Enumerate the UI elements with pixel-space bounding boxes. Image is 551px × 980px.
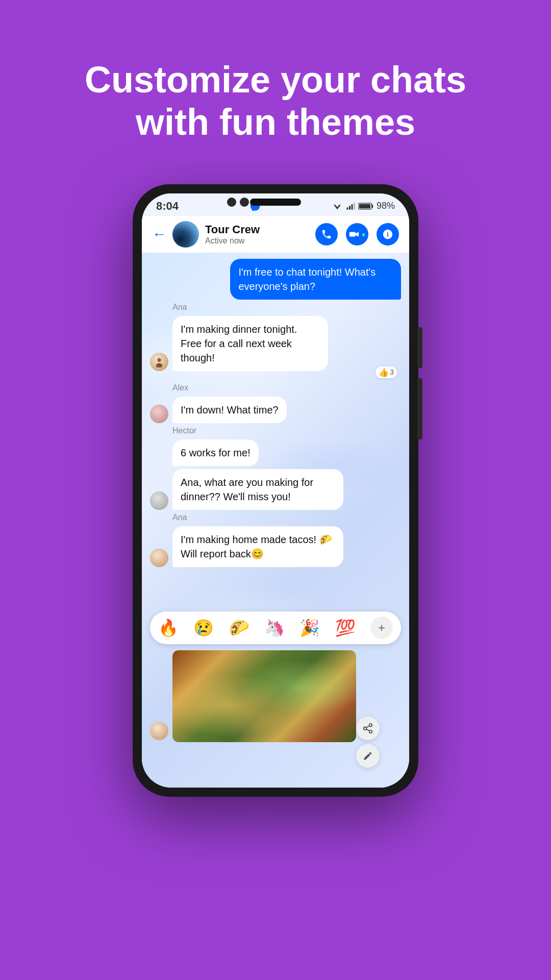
sender-name-alex: Alex [172, 383, 401, 393]
incoming-bubble-hector1: 6 works for me! [172, 439, 259, 466]
group-status: Active now [205, 236, 309, 246]
svg-rect-5 [354, 203, 355, 210]
emoji-fire[interactable]: 🔥 [158, 618, 179, 638]
group-avatar-image [172, 221, 199, 248]
avatar-ana1 [150, 353, 168, 371]
message-row-hector1: 6 works for me! [172, 439, 401, 466]
message-row-ana2: I'm making home made tacos! 🌮Will report… [150, 526, 401, 567]
sender-name-hector: Hector [172, 426, 401, 435]
messages-area: I'm free to chat tonight! What's everyon… [142, 253, 409, 611]
back-button[interactable]: ← [152, 226, 166, 242]
avatar-alex [150, 405, 168, 423]
food-image [172, 650, 356, 742]
emoji-unicorn[interactable]: 🦄 [264, 618, 285, 638]
svg-line-19 [366, 729, 369, 731]
group-avatar-container [172, 221, 199, 248]
emoji-more-button[interactable]: + [370, 617, 393, 639]
call-button[interactable] [315, 223, 338, 246]
svg-text:i: i [387, 230, 389, 238]
svg-rect-15 [157, 363, 161, 366]
phone-icon [321, 229, 332, 240]
emoji-sad[interactable]: 😢 [193, 618, 214, 638]
message-row-outgoing: I'm free to chat tonight! What's everyon… [150, 259, 401, 300]
battery-icon [358, 202, 373, 210]
hero-section: Customize your chats with fun themes [0, 0, 551, 179]
phone-body: 8:04 [133, 184, 418, 797]
message-row-alex: I'm down! What time? [150, 397, 401, 423]
header-actions: ● i [315, 223, 399, 246]
emoji-taco[interactable]: 🌮 [229, 618, 249, 638]
share-icon [362, 723, 373, 734]
chat-header: ← Tour Crew Active now [142, 216, 409, 253]
svg-point-13 [157, 358, 161, 361]
emoji-100[interactable]: 💯 [335, 618, 356, 638]
avatar-ana2 [150, 549, 168, 567]
phone-camera-right [240, 198, 249, 207]
svg-point-17 [364, 727, 367, 730]
chat-body: I'm free to chat tonight! What's everyon… [142, 253, 409, 788]
svg-rect-4 [351, 204, 353, 210]
incoming-bubble-ana2: I'm making home made tacos! 🌮Will report… [172, 526, 343, 567]
header-info: Tour Crew Active now [205, 223, 309, 246]
phone-screen: 8:04 [142, 193, 409, 788]
incoming-bubble-alex: I'm down! What time? [172, 397, 287, 423]
svg-marker-10 [356, 232, 359, 236]
reaction-badge: 👍 3 [375, 366, 397, 378]
hero-title: Customize your chats with fun themes [41, 28, 510, 164]
reaction-count: 3 [390, 368, 394, 376]
group-avatar [172, 221, 199, 248]
share-button[interactable] [356, 717, 380, 740]
svg-point-18 [369, 730, 372, 733]
signal-icon [346, 202, 355, 210]
phone-camera-left [227, 198, 236, 207]
info-icon: i [382, 229, 393, 240]
svg-point-16 [369, 723, 372, 726]
video-icon [348, 229, 360, 240]
emoji-party[interactable]: 🎉 [299, 618, 320, 638]
emoji-bar: 🔥 😢 🌮 🦄 🎉 💯 + [150, 611, 401, 644]
status-time: 8:04 [156, 200, 179, 213]
avatar-hector [150, 492, 168, 510]
message-row-ana1: I'm making dinner tonight. Free for a ca… [150, 316, 401, 371]
svg-rect-8 [359, 204, 371, 208]
person-silhouette-ana [154, 356, 165, 368]
reaction-emoji: 👍 [379, 368, 389, 377]
svg-line-20 [366, 726, 369, 728]
info-button[interactable]: i [377, 223, 399, 246]
svg-rect-9 [349, 232, 356, 236]
outgoing-bubble: I'm free to chat tonight! What's everyon… [230, 259, 401, 300]
svg-rect-7 [372, 204, 373, 208]
side-button-power [417, 327, 422, 368]
message-action-icons [356, 717, 380, 768]
video-button[interactable]: ● [346, 223, 368, 246]
incoming-bubble-hector2: Ana, what are you making for dinner?? We… [172, 469, 343, 510]
phone-speaker [250, 199, 301, 206]
sender-name-ana2: Ana [172, 513, 401, 522]
svg-rect-3 [349, 206, 350, 210]
side-button-volume [417, 378, 422, 439]
edit-icon [363, 751, 373, 761]
phone-mockup: 8:04 [133, 184, 418, 797]
svg-rect-2 [346, 207, 348, 210]
battery-percent: 98% [377, 201, 395, 211]
avatar-ana3 [150, 722, 168, 740]
status-right-icons: 98% [332, 201, 395, 211]
message-row-hector2: Ana, what are you making for dinner?? We… [150, 469, 401, 510]
edit-button[interactable] [356, 744, 380, 768]
wifi-icon [332, 202, 343, 210]
group-name: Tour Crew [205, 223, 309, 236]
image-row [150, 650, 409, 742]
incoming-bubble-ana1: I'm making dinner tonight. Free for a ca… [172, 316, 328, 371]
sender-name-ana1: Ana [172, 303, 401, 312]
